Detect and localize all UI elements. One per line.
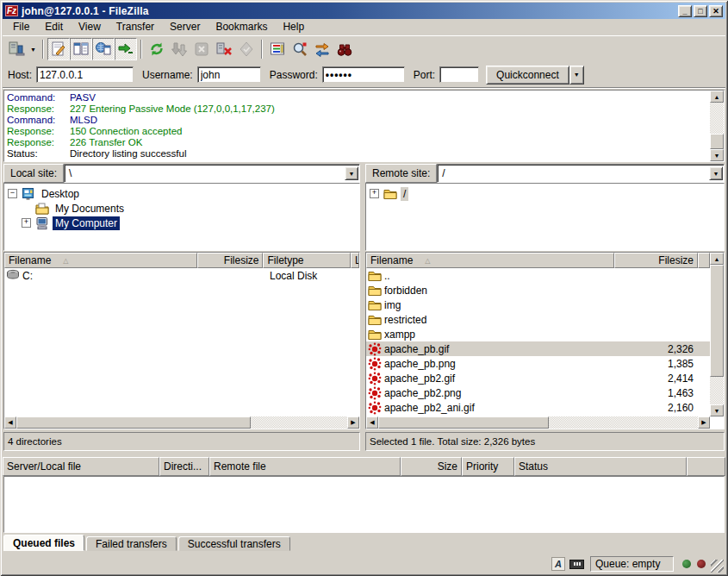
synchronized-browsing-button[interactable] [311, 38, 333, 60]
quickconnect-dropdown[interactable]: ▼ [569, 66, 584, 85]
remote-hscrollbar[interactable]: ◀ ▶ [366, 416, 710, 429]
resize-grip[interactable] [711, 560, 724, 573]
toggle-local-treeview-button[interactable] [70, 38, 92, 60]
dropdown-arrow-icon[interactable]: ▼ [345, 166, 358, 180]
file-row[interactable]: xampp [366, 327, 710, 341]
file-row[interactable]: img [366, 297, 710, 312]
dropdown-arrow-icon[interactable]: ▼ [709, 166, 723, 180]
tab-failed-transfers[interactable]: Failed transfers [86, 536, 177, 551]
menu-file[interactable]: File [5, 19, 37, 35]
scroll-up-icon[interactable]: ▲ [710, 91, 724, 103]
scrollbar-thumb[interactable] [710, 134, 724, 149]
menu-edit[interactable]: Edit [37, 19, 71, 35]
local-site-combobox[interactable]: \ ▼ [64, 164, 360, 183]
compare-directories-button[interactable] [289, 38, 311, 60]
tree-item-my-documents[interactable]: My Documents [8, 201, 359, 216]
image-file-icon [368, 357, 382, 371]
log-scrollbar[interactable]: ▲ ▼ [710, 91, 724, 161]
cancel-operation-button[interactable] [190, 38, 213, 60]
message-log-lines[interactable]: Command:PASV Response:227 Entering Passi… [4, 91, 710, 161]
local-hscrollbar[interactable]: ◀ ▶ [4, 416, 359, 429]
column-filesize[interactable]: Filesize [614, 253, 698, 268]
transfer-type-ascii-icon[interactable]: A [551, 557, 565, 571]
column-status[interactable]: Status [514, 457, 687, 476]
local-list-body[interactable]: C: Local Disk [4, 268, 359, 416]
file-row-selected[interactable]: apache_pb.gif 2,326 [366, 341, 710, 356]
file-row-c-drive[interactable]: C: Local Disk [4, 268, 359, 283]
speed-limit-icon[interactable] [569, 560, 584, 569]
site-manager-dropdown[interactable]: ▼ [28, 38, 39, 60]
column-filetype[interactable]: Filetype [263, 253, 351, 268]
queue-status-text: Queue: empty [595, 558, 660, 570]
scroll-left-icon[interactable]: ◀ [366, 416, 378, 429]
file-row[interactable]: restricted [366, 312, 710, 327]
column-filename[interactable]: Filename △ [4, 253, 197, 268]
remote-site-combobox[interactable]: / ▼ [437, 164, 725, 183]
file-row[interactable]: apache_pb2.gif 2,414 [366, 371, 710, 385]
column-size[interactable]: Size [401, 457, 462, 476]
file-row[interactable]: forbidden [366, 283, 710, 297]
menu-bookmarks[interactable]: Bookmarks [208, 19, 275, 35]
minimize-button[interactable]: _ [678, 5, 692, 17]
scrollbar-thumb[interactable] [710, 265, 724, 377]
remote-list-body[interactable]: .. forbidden img [366, 268, 710, 416]
column-filesize[interactable]: Filesize [197, 253, 264, 268]
queue-list[interactable] [3, 476, 725, 533]
log-label: Command: [7, 115, 70, 126]
maximize-button[interactable]: □ [694, 5, 707, 17]
filter-button[interactable] [266, 38, 289, 60]
column-last-modified[interactable]: L [351, 253, 359, 268]
file-row[interactable]: apache_pb.png 1,385 [366, 356, 710, 371]
close-button[interactable]: ✕ [709, 5, 723, 17]
refresh-button[interactable] [146, 38, 168, 60]
local-tree[interactable]: − Desktop [3, 183, 360, 251]
menu-transfer[interactable]: Transfer [109, 19, 162, 35]
remote-vscrollbar[interactable]: ▲ ▼ [710, 253, 724, 416]
collapse-icon[interactable]: − [8, 189, 17, 198]
file-row[interactable]: apache_pb2_ani.gif 2,160 [366, 400, 710, 415]
toggle-remote-treeview-button[interactable] [92, 38, 115, 60]
file-row[interactable]: .. [366, 268, 710, 283]
host-label: Host: [8, 69, 32, 81]
scroll-left-icon[interactable]: ◀ [4, 416, 16, 429]
tree-item-my-computer[interactable]: + My Computer [8, 216, 359, 230]
find-files-button[interactable] [333, 38, 356, 60]
column-priority[interactable]: Priority [462, 457, 514, 476]
toggle-message-log-button[interactable] [47, 38, 70, 60]
column-remote-file[interactable]: Remote file [209, 457, 401, 476]
menu-server[interactable]: Server [162, 19, 208, 35]
expand-icon[interactable]: + [22, 218, 31, 228]
file-name: C: [22, 270, 33, 282]
disconnect-button[interactable] [213, 38, 235, 60]
column-label: Size [438, 460, 457, 473]
scrollbar-thumb[interactable] [378, 416, 549, 429]
scroll-up-icon[interactable]: ▲ [710, 253, 724, 265]
tree-item-desktop[interactable]: − Desktop [8, 186, 359, 201]
host-input[interactable] [36, 66, 134, 83]
scrollbar-thumb[interactable] [16, 416, 251, 429]
scroll-right-icon[interactable]: ▶ [698, 416, 710, 429]
quickconnect-button[interactable]: Quickconnect [486, 66, 569, 85]
reconnect-button[interactable] [235, 38, 258, 60]
toggle-transfer-queue-button[interactable] [115, 38, 137, 60]
tree-item-root[interactable]: + / [370, 186, 724, 201]
port-input[interactable] [439, 66, 479, 83]
column-direction[interactable]: Directi... [159, 457, 209, 476]
menu-view[interactable]: View [71, 19, 109, 35]
scroll-down-icon[interactable]: ▼ [710, 149, 724, 161]
process-queue-button[interactable] [168, 38, 190, 60]
password-input[interactable] [322, 66, 405, 83]
username-input[interactable] [197, 66, 261, 83]
tab-queued-files[interactable]: Queued files [3, 535, 84, 551]
column-server-local-file[interactable]: Server/Local file [3, 457, 159, 476]
expand-icon[interactable]: + [370, 189, 379, 198]
scroll-down-icon[interactable]: ▼ [710, 404, 724, 416]
site-manager-button[interactable] [5, 38, 28, 60]
tab-successful-transfers[interactable]: Successful transfers [178, 536, 290, 551]
column-filename[interactable]: Filename △ [366, 253, 614, 268]
file-row[interactable]: apache_pb2.png 1,463 [366, 385, 710, 400]
remote-tree[interactable]: + / [365, 183, 725, 251]
menu-help[interactable]: Help [275, 19, 312, 35]
title-bar[interactable]: Fz john@127.0.0.1 - FileZilla _ □ ✕ [3, 3, 725, 19]
scroll-right-icon[interactable]: ▶ [347, 416, 359, 429]
